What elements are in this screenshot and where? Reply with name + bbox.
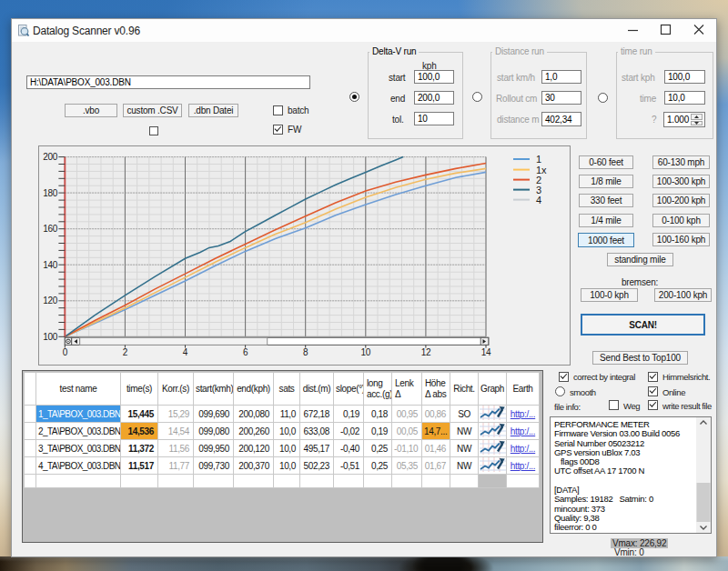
svg-text:160: 160 xyxy=(43,224,58,234)
svg-text:120: 120 xyxy=(43,296,58,306)
svg-text:8: 8 xyxy=(303,347,308,357)
svg-text:200: 200 xyxy=(43,152,58,162)
svg-text:100: 100 xyxy=(43,332,58,342)
svg-text:140: 140 xyxy=(43,260,58,270)
svg-text:6: 6 xyxy=(243,347,248,357)
svg-text:0: 0 xyxy=(63,347,68,357)
svg-text:4: 4 xyxy=(183,347,188,357)
svg-text:2: 2 xyxy=(123,347,128,357)
svg-text:14: 14 xyxy=(481,347,491,357)
svg-text:180: 180 xyxy=(43,188,58,198)
svg-text:10: 10 xyxy=(361,347,371,357)
svg-text:1: 1 xyxy=(536,154,541,165)
svg-text:4: 4 xyxy=(536,195,541,205)
svg-text:12: 12 xyxy=(421,347,431,357)
